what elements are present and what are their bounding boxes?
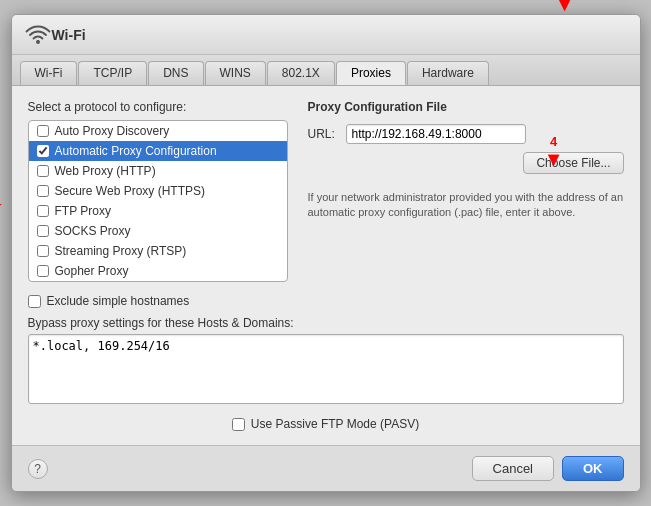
url-row: URL: xyxy=(308,124,624,144)
tab-wifi[interactable]: Wi-Fi xyxy=(20,61,78,85)
bottom-section: Exclude simple hostnames Bypass proxy se… xyxy=(28,294,624,431)
tab-bar: Wi-Fi TCP/IP DNS WINS 802.1X Proxies Har… xyxy=(12,55,640,86)
protocol-item-web-proxy-http[interactable]: Web Proxy (HTTP) xyxy=(29,161,287,181)
right-panel: 4 ▼ Proxy Configuration File URL: Choose… xyxy=(308,100,624,282)
exclude-row: Exclude simple hostnames xyxy=(28,294,624,308)
automatic-proxy-config-checkbox[interactable] xyxy=(37,145,49,157)
protocol-list: Auto Proxy Discovery Automatic Proxy Con… xyxy=(28,120,288,282)
tab-proxies[interactable]: Proxies xyxy=(336,61,406,85)
exclude-hostnames-checkbox[interactable] xyxy=(28,295,41,308)
tab-hardware[interactable]: Hardware xyxy=(407,61,489,85)
protocol-item-ftp-proxy[interactable]: FTP Proxy xyxy=(29,201,287,221)
protocol-item-auto-proxy-discovery[interactable]: Auto Proxy Discovery xyxy=(29,121,287,141)
bypass-label: Bypass proxy settings for these Hosts & … xyxy=(28,316,624,330)
socks-proxy-checkbox[interactable] xyxy=(37,225,49,237)
exclude-hostnames-label: Exclude simple hostnames xyxy=(47,294,190,308)
tab-dns[interactable]: DNS xyxy=(148,61,203,85)
auto-proxy-discovery-label: Auto Proxy Discovery xyxy=(55,124,170,138)
ftp-proxy-label: FTP Proxy xyxy=(55,204,111,218)
protocol-item-secure-web-proxy[interactable]: Secure Web Proxy (HTTPS) xyxy=(29,181,287,201)
help-button[interactable]: ? xyxy=(28,459,48,479)
protocol-item-gopher-proxy[interactable]: Gopher Proxy xyxy=(29,261,287,281)
content-area: Select a protocol to configure: Auto Pro… xyxy=(12,86,640,445)
protocol-item-streaming-proxy[interactable]: Streaming Proxy (RTSP) xyxy=(29,241,287,261)
socks-proxy-label: SOCKS Proxy xyxy=(55,224,131,238)
gopher-proxy-checkbox[interactable] xyxy=(37,265,49,277)
proxy-description: If your network administrator provided y… xyxy=(308,190,624,221)
protocol-item-socks-proxy[interactable]: SOCKS Proxy xyxy=(29,221,287,241)
streaming-proxy-label: Streaming Proxy (RTSP) xyxy=(55,244,187,258)
tab-tcpip[interactable]: TCP/IP xyxy=(78,61,147,85)
protocol-list-label: Select a protocol to configure: xyxy=(28,100,288,114)
footer-buttons: Cancel OK xyxy=(472,456,624,481)
footer: ? Cancel OK xyxy=(12,445,640,491)
web-proxy-http-label: Web Proxy (HTTP) xyxy=(55,164,156,178)
secure-web-proxy-checkbox[interactable] xyxy=(37,185,49,197)
gopher-proxy-label: Gopher Proxy xyxy=(55,264,129,278)
ftp-proxy-checkbox[interactable] xyxy=(37,205,49,217)
arrow-4-annotation: 4 ▼ xyxy=(544,134,564,169)
bypass-textarea[interactable]: *.local, 169.254/16 xyxy=(28,334,624,404)
streaming-proxy-checkbox[interactable] xyxy=(37,245,49,257)
tab-8021x[interactable]: 802.1X xyxy=(267,61,335,85)
arrow-3-annotation: 3 ► xyxy=(0,192,6,216)
tab-wins[interactable]: WINS xyxy=(205,61,266,85)
passive-ftp-row: Use Passive FTP Mode (PASV) xyxy=(28,417,624,431)
passive-ftp-checkbox[interactable] xyxy=(232,418,245,431)
svg-point-0 xyxy=(36,40,40,44)
wifi-icon xyxy=(24,21,52,49)
left-panel: Select a protocol to configure: Auto Pro… xyxy=(28,100,288,282)
ok-button[interactable]: OK xyxy=(562,456,624,481)
choose-file-button[interactable]: Choose File... xyxy=(523,152,623,174)
cancel-button[interactable]: Cancel xyxy=(472,456,554,481)
proxy-config-title: Proxy Configuration File xyxy=(308,100,624,114)
auto-proxy-discovery-checkbox[interactable] xyxy=(37,125,49,137)
secure-web-proxy-label: Secure Web Proxy (HTTPS) xyxy=(55,184,205,198)
main-window: Wi-Fi Wi-Fi TCP/IP DNS WINS 802.1X Proxi… xyxy=(11,14,641,492)
title-bar: Wi-Fi xyxy=(12,15,640,55)
automatic-proxy-config-label: Automatic Proxy Configuration xyxy=(55,144,217,158)
arrow-2-annotation: 2 ▼ xyxy=(551,0,579,16)
passive-ftp-label: Use Passive FTP Mode (PASV) xyxy=(251,417,419,431)
web-proxy-http-checkbox[interactable] xyxy=(37,165,49,177)
window-title: Wi-Fi xyxy=(52,27,86,43)
protocol-item-automatic-proxy-config[interactable]: Automatic Proxy Configuration xyxy=(29,141,287,161)
url-label: URL: xyxy=(308,127,338,141)
url-input[interactable] xyxy=(346,124,526,144)
